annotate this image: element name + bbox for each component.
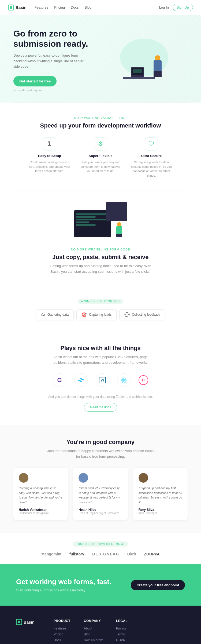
features-label: Stop wasting valuable time (13, 116, 188, 119)
copy-subtitle: Getting web forms up and running don't u… (47, 263, 154, 275)
testimonial-name-2: Heath Hilco (79, 508, 122, 512)
wordpress-icon: W (96, 373, 109, 387)
feature-title-flexible: Super Flexible (79, 154, 122, 158)
tabs-label: A SIMPLE SOLUTION FOR (78, 299, 123, 304)
testimonial-role-2: Head of Engineering at Formwave (79, 512, 122, 515)
footer-link-about[interactable]: About (84, 627, 103, 630)
footer-link-pricing[interactable]: Pricing (54, 632, 70, 636)
hugo-icon: H (139, 375, 148, 385)
avatar-2 (79, 473, 88, 483)
logo-text: Basin (16, 5, 27, 10)
footer-cols: PRODUCT Features Pricing Docs Changelog … (54, 619, 185, 644)
testimonial-text-1: "Getting a working form is so easy with … (19, 486, 62, 505)
testimonials-title: You're in good company (13, 439, 188, 446)
trusted-label: TRUSTED TO POWER FORMS AT (73, 541, 128, 547)
testimonials-grid: "Getting a working form is so easy with … (13, 468, 188, 520)
capturing-icon: 🎯 (81, 312, 87, 317)
testimonials-subtitle: Join the thousands of happy customers wo… (47, 448, 154, 460)
brand-designlab: DESIGNLAB (92, 552, 119, 556)
brand-okrit: Okrit (127, 552, 136, 556)
footer-link-docs[interactable]: Docs (54, 638, 70, 642)
nav-pricing[interactable]: Pricing (54, 5, 65, 9)
logo-icon (8, 5, 14, 10)
footer-legal-col: LEGAL Privacy Terms GDPR (116, 619, 128, 644)
footer-logo-section: Basin (16, 619, 38, 644)
feature-title-secure: Ultra Secure (130, 154, 173, 158)
cta-banner-text: Get working web forms, fast. Start colle… (16, 578, 111, 592)
cta-banner: Get working web forms, fast. Start colle… (0, 564, 201, 606)
cta-banner-subtitle: Start collecting submissions with Basin … (16, 588, 111, 592)
features-title: Speed up your form development workflow (13, 122, 188, 129)
footer-legal-heading: LEGAL (116, 619, 128, 623)
signup-button[interactable]: Sign Up (173, 4, 193, 11)
feature-desc-setup: Create an account, generate a URL endpoi… (28, 160, 71, 173)
footer-company-heading: COMPANY (84, 619, 103, 623)
secure-icon: 🛡 (145, 137, 158, 151)
footer-link-gdpr[interactable]: GDPR (116, 638, 128, 642)
copy-section: No more wrangling form code Just copy, p… (0, 191, 201, 293)
gatsby-icon: G (53, 373, 66, 387)
brand-fullstory: fullstory (69, 552, 84, 556)
feature-desc-flexible: Style your forms your way and configure … (79, 160, 122, 173)
nav-links: Features Pricing Docs Blog (35, 5, 159, 9)
nav-features[interactable]: Features (35, 5, 48, 9)
avatar-1 (19, 473, 28, 483)
testimonial-card-1: "Getting a working form is so easy with … (13, 468, 68, 520)
login-link[interactable]: Log In (159, 5, 169, 9)
trusted-section: TRUSTED TO POWER FORMS AT Mangomint full… (0, 533, 201, 564)
nav-actions: Log In Sign Up (159, 4, 193, 11)
logo[interactable]: Basin (8, 5, 27, 10)
tabs-row: 🗂 Gathering data 🎯 Capturing leads 💬 Col… (13, 309, 188, 320)
zapier-note: And you can do fun things with your data… (13, 395, 188, 399)
hero-cta-button[interactable]: Get started for free (13, 76, 57, 86)
tab-feedback[interactable]: 💬 Collecting feedback (119, 309, 165, 320)
feature-desc-secure: Strong safeguards for data security come… (130, 160, 173, 178)
tab-capturing[interactable]: 🎯 Capturing leads (76, 309, 117, 320)
navbar: Basin Features Pricing Docs Blog Log In … (0, 0, 201, 15)
svg-point-0 (123, 380, 125, 381)
plays-section: Plays nice with all the things Basin wor… (0, 331, 201, 425)
feedback-icon: 💬 (124, 312, 130, 317)
testimonial-role-1: Co-founder at Designaire (19, 512, 62, 515)
testimonial-text-3: "I signed up and had my first submission… (139, 486, 182, 505)
features-section: Stop wasting valuable time Speed up your… (0, 103, 201, 191)
copy-title: Just copy, paste, submit & receive (13, 254, 188, 261)
footer-link-privacy[interactable]: Privacy (116, 627, 128, 630)
features-grid: 🗓 Easy to Setup Create an account, gener… (13, 137, 188, 178)
footer-link-company-blog[interactable]: Blog (84, 632, 103, 636)
brands-row: Mangomint fullstory DESIGNLAB Okrit ZOOP… (13, 552, 188, 556)
hero-subtitle: Deploy a powerful, easy-to-configure for… (13, 53, 88, 70)
feature-item-setup: 🗓 Easy to Setup Create an account, gener… (28, 137, 71, 178)
desk-scene-illustration (117, 36, 171, 84)
plays-title: Plays nice with all the things (13, 345, 188, 352)
cta-banner-title: Get working web forms, fast. (16, 578, 111, 586)
feature-item-secure: 🛡 Ultra Secure Strong safeguards for dat… (130, 137, 173, 178)
plays-subtitle: Basin works out of the box with popular … (47, 354, 154, 366)
feature-title-setup: Easy to Setup (28, 154, 71, 158)
footer-product-col: PRODUCT Features Pricing Docs Changelog … (54, 619, 70, 644)
testimonial-role-3: Web Developer (139, 512, 182, 515)
gathering-icon: 🗂 (41, 312, 45, 317)
nav-docs[interactable]: Docs (71, 5, 79, 9)
footer-link-help[interactable]: Help us grow (84, 638, 103, 642)
read-docs-button[interactable]: Read the docs (84, 403, 117, 412)
cta-banner-button[interactable]: Create your free endpoint (131, 580, 185, 590)
copy-illustration (74, 202, 127, 242)
tailwind-icon (74, 373, 88, 387)
footer: Basin PRODUCT Features Pricing Docs Chan… (0, 606, 201, 644)
tech-icons: G W H (13, 373, 188, 387)
testimonial-card-3: "I signed up and had my first submission… (133, 468, 188, 520)
testimonials-section: You're in good company Join the thousand… (0, 425, 201, 533)
tab-gathering[interactable]: 🗂 Gathering data (36, 309, 74, 320)
tab-gathering-label: Gathering data (47, 313, 69, 316)
copy-label: No more wrangling form code (13, 248, 188, 251)
testimonial-card-2: "Great product. Extremely easy to setup … (73, 468, 128, 520)
footer-link-features[interactable]: Features (54, 627, 70, 630)
footer-logo[interactable]: Basin (16, 619, 38, 625)
nav-blog[interactable]: Blog (85, 5, 92, 9)
footer-logo-text: Basin (24, 620, 35, 624)
brand-mangomint: Mangomint (41, 552, 61, 556)
flexible-icon: ⚙ (94, 137, 107, 151)
hero-note: No credit card required (13, 89, 100, 92)
footer-link-terms[interactable]: Terms (116, 632, 128, 636)
